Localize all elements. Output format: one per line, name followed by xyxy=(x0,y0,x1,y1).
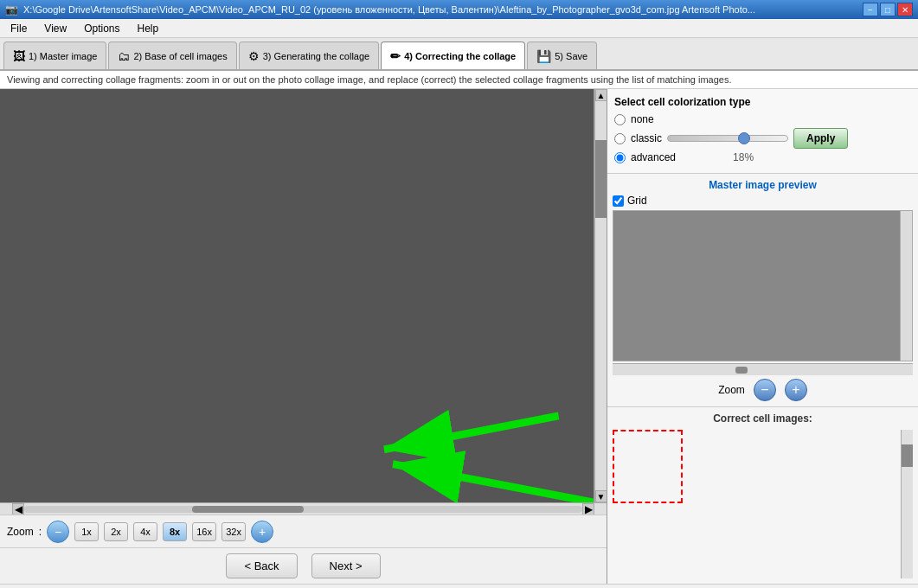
correct-cell-3[interactable] xyxy=(831,430,901,503)
zoom-plus-button[interactable]: + xyxy=(251,521,273,543)
menubar: File View Options Help xyxy=(0,19,918,38)
menu-view[interactable]: View xyxy=(37,21,74,36)
toolbar: 🖼 1) Master image 🗂 2) Base of cell imag… xyxy=(0,38,918,71)
preview-vscroll[interactable] xyxy=(900,211,912,361)
infobar: Viewing and correcting collage fragments… xyxy=(0,71,918,89)
correct-grid xyxy=(613,430,901,578)
save-icon: 💾 xyxy=(536,49,551,63)
zoom-32x[interactable]: 32x xyxy=(221,522,246,541)
next-button[interactable]: Next > xyxy=(311,553,381,578)
vscroll-track xyxy=(595,101,607,490)
gen-icon: ⚙ xyxy=(248,49,260,63)
advanced-pct: 18% xyxy=(733,151,754,163)
radio-advanced-label: advanced xyxy=(631,151,676,163)
preview-hscroll[interactable] xyxy=(613,363,913,375)
close-button[interactable]: ✕ xyxy=(897,3,913,16)
correct-cell-1[interactable] xyxy=(685,430,755,503)
correct-vscroll[interactable] xyxy=(901,430,913,578)
left-inner: ▲ ▼ ◀ ▶ Zoom xyxy=(0,89,607,584)
collage-area[interactable] xyxy=(0,89,594,502)
grid-checkbox-row: Grid xyxy=(613,195,913,207)
window-title: X:\Google Drive\ArtensoftShare\Video_APC… xyxy=(23,4,863,15)
tab-save[interactable]: 💾 5) Save xyxy=(527,42,597,69)
tab-save-label: 5) Save xyxy=(555,51,587,61)
menu-options[interactable]: Options xyxy=(77,21,126,36)
vscroll-thumb[interactable] xyxy=(595,140,607,218)
correct-scroll-thumb[interactable] xyxy=(902,444,913,467)
radio-classic-label: classic xyxy=(631,132,662,144)
correct-cell-2[interactable] xyxy=(758,430,828,503)
collage-scrollbar-h[interactable]: ◀ ▶ xyxy=(0,502,607,514)
preview-hscroll-thumb[interactable] xyxy=(735,367,748,374)
tab-base[interactable]: 🗂 2) Base of cell images xyxy=(108,42,236,69)
preview-title: Master image preview xyxy=(613,179,913,191)
tab-correcting-label: 4) Correcting the collage xyxy=(404,51,516,61)
correct-cell-6[interactable] xyxy=(758,506,828,579)
correct-image-0 xyxy=(614,431,681,502)
correct-title: Correct cell images: xyxy=(613,412,913,425)
hscroll-right[interactable]: ▶ xyxy=(582,503,594,515)
radio-none-label: none xyxy=(631,113,654,125)
correct-cell-5[interactable] xyxy=(685,506,755,579)
minimize-button[interactable]: − xyxy=(863,3,878,16)
preview-section: Master image preview Grid Zoom − + xyxy=(607,174,918,407)
main-row: ▲ ▼ ◀ ▶ Zoom xyxy=(0,89,918,584)
classic-slider-row xyxy=(667,135,788,142)
zoom-8x[interactable]: 8x xyxy=(163,522,187,541)
zoom-label: Zoom xyxy=(7,526,34,538)
radio-classic[interactable] xyxy=(614,133,626,144)
tab-master[interactable]: 🖼 1) Master image xyxy=(3,42,106,69)
colorization-section: Select cell colorization type none class… xyxy=(607,89,918,174)
correct-image-7 xyxy=(832,508,899,578)
collage-canvas[interactable] xyxy=(0,89,594,502)
maximize-button[interactable]: □ xyxy=(880,3,896,16)
correct-image-3 xyxy=(832,431,899,502)
preview-zoom-label: Zoom xyxy=(718,384,745,396)
menu-help[interactable]: Help xyxy=(131,21,166,36)
radio-none[interactable] xyxy=(614,114,626,125)
correct-image-1 xyxy=(687,431,754,502)
vscroll-up[interactable]: ▲ xyxy=(595,89,607,101)
preview-zoom-minus[interactable]: − xyxy=(754,379,776,401)
hscroll-thumb[interactable] xyxy=(192,506,304,513)
correct-cell-7[interactable] xyxy=(831,506,901,579)
correct-image-5 xyxy=(687,508,754,578)
zoom-colon: : xyxy=(39,526,42,538)
preview-container[interactable] xyxy=(613,210,913,361)
correct-section: Correct cell images: xyxy=(607,407,918,584)
info-text: Viewing and correcting collage fragments… xyxy=(7,74,731,85)
classic-slider[interactable] xyxy=(667,135,788,142)
back-button[interactable]: < Back xyxy=(226,553,297,578)
zoom-bar: Zoom : − 1x 2x 4x 8x 16x 32x + xyxy=(0,514,607,547)
zoom-1x[interactable]: 1x xyxy=(74,522,99,541)
radio-none-row: none xyxy=(614,113,911,125)
tab-generating-label: 3) Generating the collage xyxy=(263,51,370,61)
right-panel: Select cell colorization type none class… xyxy=(607,89,918,584)
preview-zoom-plus[interactable]: + xyxy=(785,379,807,401)
apply-button[interactable]: Apply xyxy=(793,128,848,149)
radio-advanced-row: advanced 18% xyxy=(614,151,911,163)
zoom-minus-button[interactable]: − xyxy=(47,521,69,543)
radio-advanced[interactable] xyxy=(614,152,626,163)
correct-cell-4[interactable] xyxy=(613,506,683,579)
grid-label: Grid xyxy=(627,195,647,207)
menu-file[interactable]: File xyxy=(3,21,34,36)
zoom-2x[interactable]: 2x xyxy=(104,522,128,541)
nav-bar: < Back Next > xyxy=(0,547,607,584)
correct-image-2 xyxy=(760,431,826,502)
zoom-16x[interactable]: 16x xyxy=(192,522,216,541)
tab-base-label: 2) Base of cell images xyxy=(133,51,227,61)
collage-vscroll[interactable]: ▲ ▼ xyxy=(594,89,607,502)
master-icon: 🖼 xyxy=(13,49,25,63)
vscroll-down[interactable]: ▼ xyxy=(595,490,607,502)
hscroll-left[interactable]: ◀ xyxy=(12,503,24,515)
statusbar: f Like 🐦 Follow ▶ YouTube P Pinterest 📷 … xyxy=(0,584,918,588)
tab-generating[interactable]: ⚙ 3) Generating the collage xyxy=(239,42,380,69)
correct-cell-0[interactable] xyxy=(613,430,683,503)
radio-classic-row: classic Apply xyxy=(614,128,911,149)
grid-checkbox[interactable] xyxy=(613,195,624,207)
preview-canvas xyxy=(613,211,900,361)
zoom-4x[interactable]: 4x xyxy=(133,522,157,541)
tab-correcting[interactable]: ✏ 4) Correcting the collage xyxy=(381,42,525,69)
colorization-title: Select cell colorization type xyxy=(614,96,911,108)
